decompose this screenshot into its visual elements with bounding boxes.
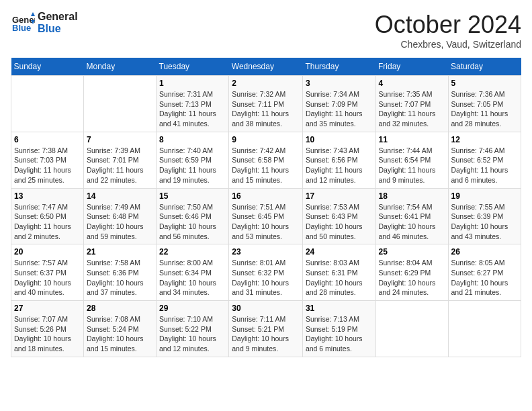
- month-title: October 2024: [375, 11, 521, 39]
- day-cell: 28Sunrise: 7:08 AMSunset: 5:24 PMDayligh…: [83, 301, 156, 357]
- svg-text:Blue: Blue: [12, 23, 31, 33]
- week-row-3: 13Sunrise: 7:47 AMSunset: 6:50 PMDayligh…: [11, 188, 521, 244]
- day-number: 11: [379, 135, 445, 144]
- day-cell: 3Sunrise: 7:34 AMSunset: 7:09 PMDaylight…: [302, 76, 375, 132]
- day-cell: [11, 76, 84, 132]
- day-cell: [83, 76, 156, 132]
- day-number: 28: [87, 304, 153, 313]
- day-number: 9: [232, 135, 300, 144]
- day-cell: 4Sunrise: 7:35 AMSunset: 7:07 PMDaylight…: [375, 76, 448, 132]
- day-info: Sunrise: 7:10 AMSunset: 5:22 PMDaylight:…: [159, 314, 226, 354]
- day-number: 24: [306, 247, 373, 257]
- day-header-tuesday: Tuesday: [157, 58, 229, 76]
- day-number: 7: [87, 135, 153, 144]
- day-number: 22: [159, 247, 226, 257]
- day-cell: 9Sunrise: 7:42 AMSunset: 6:58 PMDaylight…: [229, 132, 303, 188]
- day-info: Sunrise: 7:35 AMSunset: 7:07 PMDaylight:…: [379, 89, 445, 129]
- day-cell: 14Sunrise: 7:49 AMSunset: 6:48 PMDayligh…: [83, 188, 156, 244]
- day-info: Sunrise: 7:08 AMSunset: 5:24 PMDaylight:…: [87, 314, 153, 354]
- day-info: Sunrise: 7:47 AMSunset: 6:50 PMDaylight:…: [14, 202, 81, 242]
- day-info: Sunrise: 8:04 AMSunset: 6:29 PMDaylight:…: [379, 258, 445, 298]
- day-info: Sunrise: 7:07 AMSunset: 5:26 PMDaylight:…: [14, 314, 81, 354]
- day-number: 26: [451, 247, 519, 257]
- day-number: 6: [14, 135, 81, 144]
- day-info: Sunrise: 8:05 AMSunset: 6:27 PMDaylight:…: [451, 258, 519, 298]
- day-number: 10: [306, 135, 373, 144]
- day-header-sunday: Sunday: [11, 58, 84, 76]
- day-number: 13: [14, 191, 81, 201]
- day-number: 1: [159, 79, 226, 88]
- day-cell: 16Sunrise: 7:51 AMSunset: 6:45 PMDayligh…: [229, 188, 303, 244]
- day-info: Sunrise: 7:58 AMSunset: 6:36 PMDaylight:…: [87, 258, 153, 298]
- day-number: 17: [306, 191, 373, 201]
- week-row-4: 20Sunrise: 7:57 AMSunset: 6:37 PMDayligh…: [11, 244, 521, 301]
- day-number: 2: [232, 79, 300, 88]
- day-cell: 29Sunrise: 7:10 AMSunset: 5:22 PMDayligh…: [157, 301, 229, 357]
- day-number: 29: [159, 304, 226, 313]
- week-row-5: 27Sunrise: 7:07 AMSunset: 5:26 PMDayligh…: [11, 301, 521, 357]
- day-cell: 30Sunrise: 7:11 AMSunset: 5:21 PMDayligh…: [229, 301, 303, 357]
- day-info: Sunrise: 7:53 AMSunset: 6:43 PMDaylight:…: [306, 202, 373, 242]
- day-header-thursday: Thursday: [302, 58, 375, 76]
- week-row-1: 1Sunrise: 7:31 AMSunset: 7:13 PMDaylight…: [11, 76, 521, 132]
- day-cell: 31Sunrise: 7:13 AMSunset: 5:19 PMDayligh…: [302, 301, 375, 357]
- day-number: 16: [232, 191, 300, 201]
- day-cell: 1Sunrise: 7:31 AMSunset: 7:13 PMDaylight…: [157, 76, 229, 132]
- day-info: Sunrise: 7:54 AMSunset: 6:41 PMDaylight:…: [379, 202, 445, 242]
- day-info: Sunrise: 8:03 AMSunset: 6:31 PMDaylight:…: [306, 258, 373, 298]
- day-cell: 24Sunrise: 8:03 AMSunset: 6:31 PMDayligh…: [302, 244, 375, 301]
- day-info: Sunrise: 7:31 AMSunset: 7:13 PMDaylight:…: [159, 89, 226, 129]
- day-number: 27: [14, 304, 81, 313]
- day-cell: 18Sunrise: 7:54 AMSunset: 6:41 PMDayligh…: [375, 188, 448, 244]
- day-cell: 27Sunrise: 7:07 AMSunset: 5:26 PMDayligh…: [11, 301, 84, 357]
- day-info: Sunrise: 7:11 AMSunset: 5:21 PMDaylight:…: [232, 314, 300, 354]
- header-row: SundayMondayTuesdayWednesdayThursdayFrid…: [11, 58, 521, 76]
- day-info: Sunrise: 7:51 AMSunset: 6:45 PMDaylight:…: [232, 202, 300, 242]
- day-cell: 6Sunrise: 7:38 AMSunset: 7:03 PMDaylight…: [11, 132, 84, 188]
- day-cell: 8Sunrise: 7:40 AMSunset: 6:59 PMDaylight…: [157, 132, 229, 188]
- day-header-friday: Friday: [375, 58, 448, 76]
- day-cell: 21Sunrise: 7:58 AMSunset: 6:36 PMDayligh…: [83, 244, 156, 301]
- day-number: 25: [379, 247, 445, 257]
- day-cell: 12Sunrise: 7:46 AMSunset: 6:52 PMDayligh…: [448, 132, 521, 188]
- day-info: Sunrise: 7:50 AMSunset: 6:46 PMDaylight:…: [159, 202, 226, 242]
- calendar-header: SundayMondayTuesdayWednesdayThursdayFrid…: [11, 58, 521, 76]
- title-block: October 2024 Chexbres, Vaud, Switzerland: [375, 11, 521, 50]
- logo-blue: Blue: [38, 23, 78, 35]
- day-cell: [448, 301, 521, 357]
- day-info: Sunrise: 7:42 AMSunset: 6:58 PMDaylight:…: [232, 146, 300, 185]
- day-cell: 7Sunrise: 7:39 AMSunset: 7:01 PMDaylight…: [83, 132, 156, 188]
- day-info: Sunrise: 7:39 AMSunset: 7:01 PMDaylight:…: [87, 146, 153, 185]
- calendar-body: 1Sunrise: 7:31 AMSunset: 7:13 PMDaylight…: [11, 76, 521, 357]
- day-number: 14: [87, 191, 153, 201]
- svg-marker-2: [31, 12, 35, 16]
- day-cell: [375, 301, 448, 357]
- day-cell: 20Sunrise: 7:57 AMSunset: 6:37 PMDayligh…: [11, 244, 84, 301]
- day-info: Sunrise: 7:49 AMSunset: 6:48 PMDaylight:…: [87, 202, 153, 242]
- day-info: Sunrise: 7:34 AMSunset: 7:09 PMDaylight:…: [306, 89, 373, 129]
- day-number: 18: [379, 191, 445, 201]
- day-info: Sunrise: 7:44 AMSunset: 6:54 PMDaylight:…: [379, 146, 445, 185]
- day-number: 21: [87, 247, 153, 257]
- day-number: 5: [451, 79, 519, 88]
- day-info: Sunrise: 7:13 AMSunset: 5:19 PMDaylight:…: [306, 314, 373, 354]
- day-header-monday: Monday: [83, 58, 156, 76]
- day-info: Sunrise: 7:38 AMSunset: 7:03 PMDaylight:…: [14, 146, 81, 185]
- day-cell: 26Sunrise: 8:05 AMSunset: 6:27 PMDayligh…: [448, 244, 521, 301]
- header: General Blue General Blue October 2024 C…: [11, 11, 521, 50]
- day-info: Sunrise: 7:32 AMSunset: 7:11 PMDaylight:…: [232, 89, 300, 129]
- page: General Blue General Blue October 2024 C…: [0, 0, 532, 411]
- day-number: 20: [14, 247, 81, 257]
- day-header-wednesday: Wednesday: [229, 58, 303, 76]
- day-cell: 25Sunrise: 8:04 AMSunset: 6:29 PMDayligh…: [375, 244, 448, 301]
- day-info: Sunrise: 7:46 AMSunset: 6:52 PMDaylight:…: [451, 146, 519, 185]
- day-number: 30: [232, 304, 300, 313]
- day-number: 8: [159, 135, 226, 144]
- day-cell: 17Sunrise: 7:53 AMSunset: 6:43 PMDayligh…: [302, 188, 375, 244]
- location: Chexbres, Vaud, Switzerland: [375, 39, 521, 50]
- day-cell: 19Sunrise: 7:55 AMSunset: 6:39 PMDayligh…: [448, 188, 521, 244]
- day-info: Sunrise: 7:40 AMSunset: 6:59 PMDaylight:…: [159, 146, 226, 185]
- week-row-2: 6Sunrise: 7:38 AMSunset: 7:03 PMDaylight…: [11, 132, 521, 188]
- day-info: Sunrise: 7:55 AMSunset: 6:39 PMDaylight:…: [451, 202, 519, 242]
- logo: General Blue General Blue: [11, 11, 78, 35]
